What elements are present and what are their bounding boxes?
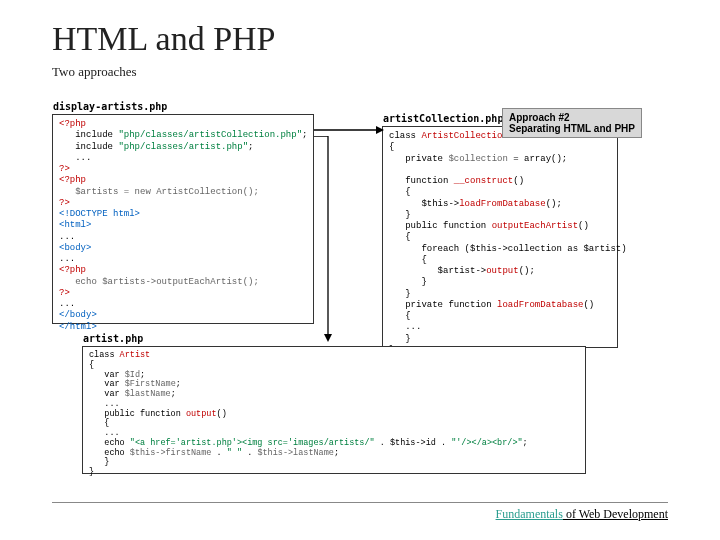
code-box-display: display-artists.php <?php include "php/c… <box>52 114 314 324</box>
code-content: class Artist { var $Id; var $FirstName; … <box>83 347 585 482</box>
approach-box: Approach #2 Separating HTML and PHP <box>502 108 642 138</box>
box-label: artist.php <box>83 333 143 344</box>
page-subtitle: Two approaches <box>52 64 668 80</box>
diagram-area: display-artists.php <?php include "php/c… <box>52 100 668 475</box>
approach-title: Approach #2 <box>509 112 635 123</box>
svg-marker-2 <box>324 334 332 342</box>
footer-text: of Web Development <box>563 507 668 521</box>
page-title: HTML and PHP <box>52 20 668 58</box>
box-label: artistCollection.php <box>383 113 503 124</box>
box-label: display-artists.php <box>53 101 167 112</box>
code-content: class ArtistCollection { private $collec… <box>383 127 617 360</box>
code-box-collection: artistCollection.php class ArtistCollect… <box>382 126 618 348</box>
arrow-icon <box>314 120 384 140</box>
code-content: <?php include "php/classes/artistCollect… <box>53 115 313 337</box>
approach-desc: Separating HTML and PHP <box>509 123 635 134</box>
footer-link: Fundamentals <box>496 507 563 521</box>
code-box-artist: artist.php class Artist { var $Id; var $… <box>82 346 586 474</box>
arrow-icon <box>314 136 344 346</box>
footer: Fundamentals of Web Development <box>52 502 668 522</box>
